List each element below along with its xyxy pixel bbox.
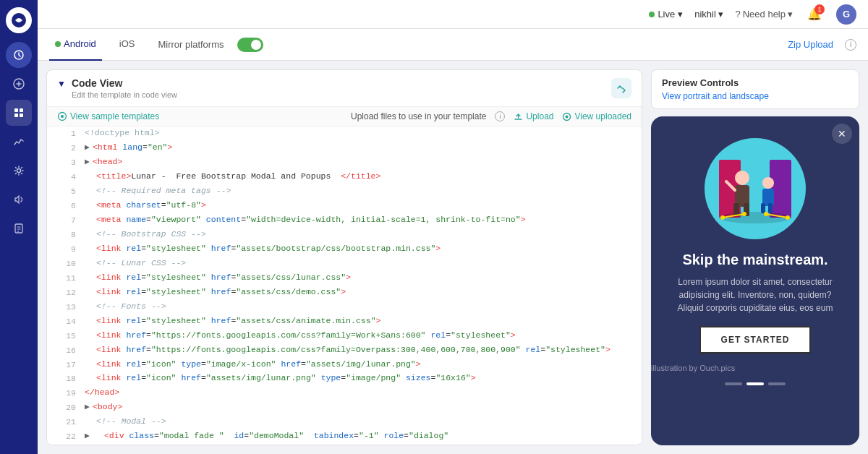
- code-line: 23aria-labelledby="demoModal" aria-hidde…: [47, 444, 642, 445]
- mirror-label: Mirror platforms: [158, 39, 224, 50]
- svg-point-10: [61, 115, 64, 118]
- svg-point-21: [762, 177, 774, 189]
- phone-dot-1: [725, 382, 742, 385]
- phone-footer: illustration by Ouch.pics: [651, 364, 859, 372]
- svg-rect-3: [14, 108, 18, 112]
- code-line: 4<title>Lunar - Free Bootstrap Modal and…: [47, 170, 642, 184]
- body-area: ▼ Code View Edit the template in code vi…: [38, 61, 868, 454]
- preview-controls-header: Preview Controls View portrait and lands…: [651, 69, 859, 109]
- sidebar-item-volume[interactable]: [6, 187, 32, 213]
- code-panel-header: ▼ Code View Edit the template in code vi…: [47, 70, 642, 107]
- code-line: 22▶<div class="modal fade " id="demoModa…: [47, 429, 642, 444]
- code-line: 10<!-- Lunar CSS -->: [47, 257, 642, 271]
- svg-rect-14: [770, 160, 791, 218]
- phone-dot-3: [768, 382, 786, 385]
- phone-heading: Skip the mainstream.: [665, 251, 845, 268]
- right-panel: Preview Controls View portrait and lands…: [651, 61, 868, 454]
- sidebar-item-chart[interactable]: [6, 129, 32, 155]
- user-name[interactable]: nikhil ▾: [694, 9, 723, 20]
- sidebar-item-settings[interactable]: [6, 158, 32, 184]
- view-sample-btn[interactable]: View sample templates: [57, 111, 159, 121]
- svg-point-28: [742, 212, 746, 216]
- svg-point-30: [786, 215, 790, 220]
- tab-android[interactable]: Android: [49, 29, 102, 61]
- mirror-toggle[interactable]: [237, 38, 263, 52]
- avatar[interactable]: G: [836, 4, 856, 25]
- notification-button[interactable]: 🔔 1: [804, 4, 825, 25]
- upload-btn[interactable]: Upload: [514, 111, 553, 121]
- global-topbar: Live ▾ nikhil ▾ ? Need help ▾ 🔔 1 G: [38, 0, 868, 29]
- live-label: Live: [658, 9, 675, 20]
- svg-rect-6: [20, 113, 23, 117]
- code-line: 16<link href="https://fonts.googleapis.c…: [47, 343, 642, 358]
- live-chevron: ▾: [678, 9, 683, 20]
- code-line: 7<meta name="viewport" content="width=de…: [47, 213, 642, 228]
- svg-rect-5: [14, 113, 18, 117]
- code-line: 11<link rel="stylesheet" href="assets/cs…: [47, 271, 642, 286]
- sidebar: [0, 0, 38, 454]
- svg-rect-4: [20, 108, 23, 112]
- tab-bar: Android iOS Mirror platforms Zip Upload …: [38, 29, 868, 61]
- code-line: 1<!doctype html>: [47, 127, 642, 141]
- code-line: 8<!-- Bootstrap CSS -->: [47, 228, 642, 242]
- phone-dot-2: [746, 382, 764, 385]
- phone-cta-button[interactable]: GET STARTED: [699, 326, 812, 354]
- code-line: 6<meta charset="utf-8">: [47, 199, 642, 213]
- code-line: 21<!-- Modal -->: [47, 415, 642, 429]
- code-view-subtitle: Edit the template in code view: [72, 90, 177, 99]
- phone-text-area: Skip the mainstream. Lorem ipsum dolor s…: [651, 251, 859, 364]
- code-panel-actions: [611, 78, 631, 98]
- code-line: 5<!-- Required meta tags -->: [47, 184, 642, 199]
- phone-dots: [651, 382, 859, 385]
- code-line: 3▶<head>: [47, 155, 642, 170]
- phone-preview: ✕: [651, 116, 859, 445]
- svg-point-16: [735, 171, 749, 185]
- zip-upload-btn[interactable]: Zip Upload: [788, 39, 833, 50]
- upload-area: Upload files to use in your template i U…: [351, 111, 631, 121]
- phone-close-btn[interactable]: ✕: [832, 124, 852, 144]
- tabs-container: Android iOS Mirror platforms: [49, 29, 776, 61]
- code-line: 20▶<body>: [47, 401, 642, 415]
- tab-ios[interactable]: iOS: [111, 29, 141, 61]
- svg-point-7: [17, 169, 21, 173]
- code-view-icon[interactable]: [611, 78, 631, 98]
- android-dot-icon: [55, 41, 61, 47]
- upload-info-icon[interactable]: i: [495, 111, 505, 121]
- code-line: 17<link rel="icon" type="image/x-icon" h…: [47, 358, 642, 372]
- phone-illustration: [705, 138, 806, 239]
- live-dot: [649, 12, 655, 17]
- upload-label: Upload files to use in your template: [351, 111, 486, 121]
- code-toolbar: View sample templates Upload files to us…: [47, 107, 642, 127]
- svg-point-27: [720, 215, 725, 220]
- collapse-icon[interactable]: ▼: [57, 79, 66, 89]
- view-portrait-link[interactable]: View portrait and landscape: [662, 91, 848, 101]
- main-layout: Live ▾ nikhil ▾ ? Need help ▾ 🔔 1 G Andr…: [38, 0, 868, 454]
- sidebar-item-file[interactable]: [6, 215, 32, 241]
- code-line: 12<link rel="stylesheet" href="assets/cs…: [47, 286, 642, 300]
- sidebar-logo[interactable]: [6, 7, 32, 33]
- code-line: 14<link rel="stylesheet" href="assets/cs…: [47, 314, 642, 329]
- view-uploaded-btn[interactable]: View uploaded: [562, 111, 631, 121]
- svg-point-12: [566, 115, 569, 118]
- code-line: 15<link href="https://fonts.googleapis.c…: [47, 329, 642, 343]
- sidebar-item-navigate[interactable]: [6, 42, 32, 68]
- svg-point-15: [719, 212, 791, 223]
- sidebar-item-add[interactable]: [6, 71, 32, 97]
- svg-rect-18: [733, 203, 739, 216]
- code-editor[interactable]: 1<!doctype html> 2▶<html lang="en"> 3▶<h…: [47, 127, 642, 445]
- code-line: 9<link rel="stylesheet" href="assets/boo…: [47, 242, 642, 257]
- help-link[interactable]: ? Need help ▾: [735, 9, 793, 20]
- notif-badge: 1: [814, 4, 825, 14]
- live-status[interactable]: Live ▾: [649, 9, 683, 20]
- code-line: 18<link rel="icon" href="assets/img/luna…: [47, 372, 642, 386]
- sidebar-item-grid[interactable]: [6, 100, 32, 126]
- phone-body-text: Lorem ipsum dolor sit amet, consectetur …: [665, 275, 845, 314]
- zip-info-icon[interactable]: i: [845, 39, 856, 51]
- code-line: 19</head>: [47, 386, 642, 401]
- svg-rect-24: [768, 203, 773, 213]
- code-line: 13<!-- Fonts -->: [47, 300, 642, 314]
- code-line: 2▶<html lang="en">: [47, 141, 642, 155]
- code-panel-header-left: ▼ Code View Edit the template in code vi…: [57, 77, 177, 99]
- svg-rect-23: [761, 203, 765, 213]
- preview-controls-title: Preview Controls: [662, 77, 848, 88]
